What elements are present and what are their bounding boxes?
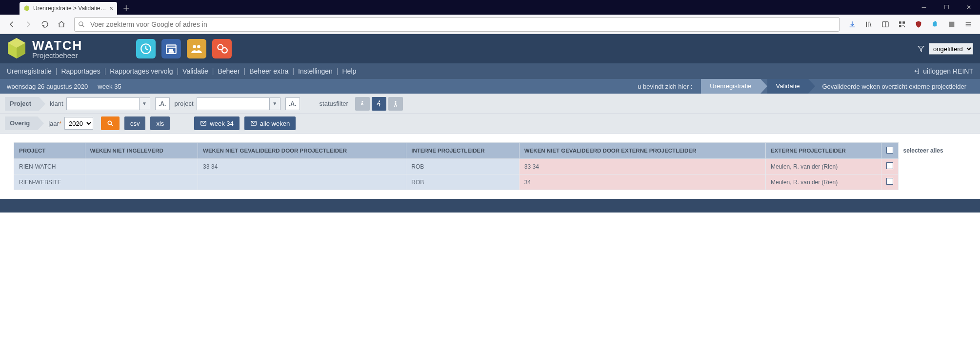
col-intern[interactable]: INTERNE PROJECTLEIDER [406,143,519,159]
cell-niet-ingeleverd [85,174,198,190]
qr-icon[interactable] [895,18,909,31]
ghost-icon[interactable] [928,18,942,31]
window-maximize-button[interactable]: ☐ [935,0,958,15]
cell-project: RIEN-WEBSITE [14,174,85,190]
cell-extern: Meulen, R. van der (Rien) [765,159,881,174]
svg-point-32 [379,100,380,102]
col-select-all [881,143,898,159]
nav-home-button[interactable] [55,18,68,31]
svg-rect-13 [904,26,905,27]
jaar-label: jaar* [48,120,61,127]
filter-icon[interactable] [917,45,925,53]
download-icon[interactable] [845,18,859,31]
close-tab-icon[interactable]: × [109,4,113,12]
nav-instellingen[interactable]: Instellingen [298,67,333,75]
cell-niet-ingeleverd [85,159,198,174]
extension-icon[interactable] [945,18,959,31]
svg-point-25 [193,45,197,48]
status-bar [0,199,980,213]
nav-beheer[interactable]: Beheer [218,67,240,75]
klant-input[interactable] [66,97,140,110]
klant-lookup-button[interactable]: .A. [155,97,170,110]
statusfilter-label: statusfilter [320,100,348,107]
week-button[interactable]: week 34 [194,116,239,130]
breadcrumb-validatie[interactable]: Validatie [767,79,809,94]
col-niet-gevalideerd-ext[interactable]: WEKEN NIET GEVALIDEERD DOOR EXTERNE PROJ… [519,143,765,159]
alle-weken-button[interactable]: alle weken [244,116,296,130]
logo-subtitle: Projectbeheer [32,52,82,59]
cell-intern: ROB [406,159,519,174]
results-table: PROJECT WEKEN NIET INGELEVERD WEKEN NIET… [14,142,966,190]
svg-line-38 [111,124,113,126]
nav-rapportages[interactable]: Rapportages [61,67,100,75]
svg-rect-34 [395,102,396,105]
filter-select[interactable]: ongefilterd [929,43,973,55]
xls-button[interactable]: xls [150,116,170,130]
ublock-icon[interactable] [912,18,925,31]
cell-niet-gevalideerd-pl [198,174,406,190]
chat-icon[interactable] [212,39,232,58]
window-minimize-button[interactable]: ─ [913,0,935,15]
tab-title: Urenregistratie > Validatie > Ge [33,5,106,12]
table-row[interactable]: RIEN-WATCH 33 34 ROB 33 34 Meulen, R. va… [14,159,966,174]
clock-icon[interactable] [136,39,156,58]
library-icon[interactable] [862,18,876,31]
svg-rect-12 [902,25,903,26]
klant-dropdown-button[interactable]: ▼ [140,97,150,110]
svg-line-36 [396,105,397,107]
calendar-icon[interactable]: 21 [161,39,181,58]
cell-project: RIEN-WATCH [14,159,85,174]
logout-button[interactable]: uitloggen REINT [913,67,973,75]
cell-extern: Meulen, R. van der (Rien) [765,174,881,190]
menu-icon[interactable] [961,18,975,31]
reader-icon[interactable] [879,18,892,31]
table-row[interactable]: RIEN-WEBSITE ROB 34 Meulen, R. van der (… [14,174,966,190]
col-niet-gevalideerd-pl[interactable]: WEKEN NIET GEVALIDEERD DOOR PROJECTLEIDE… [198,143,406,159]
statusfilter-walk-icon[interactable] [355,97,370,111]
csv-button[interactable]: csv [124,116,146,130]
col-extern[interactable]: EXTERNE PROJECTLEIDER [765,143,881,159]
favicon-icon [23,5,30,12]
svg-marker-0 [24,5,29,11]
row-checkbox[interactable] [886,178,893,185]
nav-validatie[interactable]: Validatie [182,67,208,75]
filter-tag-project: Project [5,97,39,111]
window-close-button[interactable]: ✕ [958,0,980,15]
project-lookup-button[interactable]: .A. [285,97,300,110]
statusfilter-run-icon[interactable] [372,97,386,111]
new-tab-button[interactable]: + [117,2,135,15]
app-logo[interactable]: WATCH Projectbeheer [4,36,82,61]
svg-text:21: 21 [169,48,174,53]
jaar-select[interactable]: 2020 [64,117,93,130]
people-icon[interactable] [187,39,206,58]
nav-help[interactable]: Help [342,67,357,75]
svg-marker-29 [918,46,924,52]
svg-rect-11 [899,25,901,27]
nav-rapportages-vervolg[interactable]: Rapportages vervolg [110,67,173,75]
svg-line-6 [870,21,871,27]
select-all-checkbox[interactable] [886,147,893,154]
select-all-label-cell: selecteer alles [898,143,966,159]
browser-tab[interactable]: Urenregistratie > Validatie > Ge × [20,2,117,15]
nav-urenregistratie[interactable]: Urenregistratie [7,67,52,75]
nav-beheer-extra[interactable]: Beheer extra [249,67,288,75]
search-icon [78,21,85,28]
nav-back-button[interactable] [5,18,19,31]
project-input[interactable] [197,97,270,110]
svg-rect-14 [949,21,955,27]
breadcrumb-current: Gevalideerde weken overzicht externe pro… [815,83,973,90]
statusfilter-stand-icon[interactable] [388,97,403,111]
search-button[interactable] [101,116,120,130]
col-project[interactable]: PROJECT [14,143,85,159]
nav-forward-button[interactable] [21,18,35,31]
breadcrumb-lead: u bevindt zich hier : [638,83,692,90]
svg-point-31 [361,101,363,102]
project-dropdown-button[interactable]: ▼ [270,97,280,110]
context-week: week 35 [98,83,121,90]
logo-cube-icon [4,36,29,61]
nav-reload-button[interactable] [38,18,52,31]
col-niet-ingeleverd[interactable]: WEKEN NIET INGELEVERD [85,143,198,159]
address-input[interactable] [74,17,840,32]
breadcrumb-urenregistratie[interactable]: Urenregistratie [701,79,760,94]
row-checkbox[interactable] [886,162,893,169]
